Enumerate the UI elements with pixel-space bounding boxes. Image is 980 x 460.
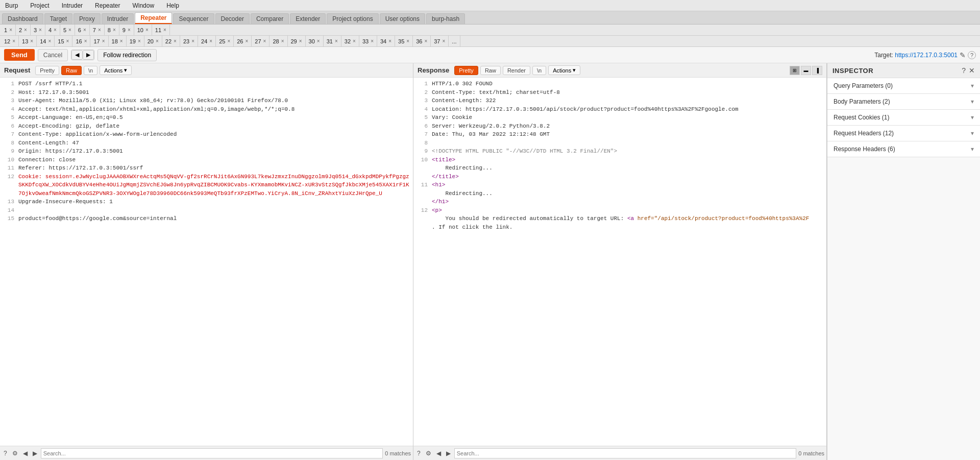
tabstrip2-tab-15[interactable]: 15× xyxy=(55,36,72,46)
response-prev-match-icon[interactable]: ◀ xyxy=(435,449,443,458)
inspector-row-0[interactable]: Query Parameters (0)▾ xyxy=(827,78,980,94)
tabstrip2-tab-25[interactable]: 25× xyxy=(216,36,234,46)
request-help-icon[interactable]: ? xyxy=(2,449,9,458)
request-tab-pretty[interactable]: Pretty xyxy=(35,66,59,75)
tabstrip2-tab-14[interactable]: 14× xyxy=(37,36,55,46)
tabstrip2-tab-26[interactable]: 26× xyxy=(234,36,252,46)
tabstrip2-tab-12[interactable]: 12× xyxy=(1,36,19,46)
inspector-row-4[interactable]: Response Headers (6)▾ xyxy=(827,141,980,157)
tabstrip2-tab-22[interactable]: 22× xyxy=(162,36,180,46)
nav-back-button[interactable]: ◀ xyxy=(71,50,83,60)
tabstrip2-tab-23[interactable]: 23× xyxy=(180,36,198,46)
response-line: . If not click the link. xyxy=(413,223,826,232)
tabstrip2-tab-20[interactable]: 20× xyxy=(144,36,162,46)
request-actions-button[interactable]: Actions ▾ xyxy=(100,65,132,75)
menu-project[interactable]: Project xyxy=(27,1,52,10)
response-tab-pretty[interactable]: Pretty xyxy=(454,66,478,75)
tab-repeater[interactable]: Repeater xyxy=(135,12,172,24)
tabstrip2-tab-16[interactable]: 16× xyxy=(72,36,90,46)
tabstrip2-tab-18[interactable]: 18× xyxy=(109,36,127,46)
response-tab-raw[interactable]: Raw xyxy=(480,66,501,75)
view-toggle-right-icon[interactable]: ▐ xyxy=(812,66,822,75)
tabstrip1-tab-7[interactable]: 7× xyxy=(90,25,105,35)
menu-help[interactable]: Help xyxy=(163,1,182,10)
tab-extender[interactable]: Extender xyxy=(290,13,326,24)
request-tab-newline[interactable]: \n xyxy=(84,66,97,75)
send-button[interactable]: Send xyxy=(4,49,35,61)
tab-decoder[interactable]: Decoder xyxy=(215,13,250,24)
tabstrip1-tab-9[interactable]: 9× xyxy=(119,25,134,35)
menu-intruder[interactable]: Intruder xyxy=(59,1,86,10)
tabstrip2-tab-34[interactable]: 34× xyxy=(377,36,395,46)
tab-proxy[interactable]: Proxy xyxy=(74,13,101,24)
tabstrip2-tab-31[interactable]: 31× xyxy=(324,36,341,46)
tabstrip2-tab-28[interactable]: 28× xyxy=(270,36,287,46)
request-tab-raw[interactable]: Raw xyxy=(61,66,82,75)
chevron-down-icon: ▾ xyxy=(971,130,974,137)
view-toggle-top-icon[interactable]: ▬ xyxy=(801,66,811,75)
tabstrip2-tab-33[interactable]: 33× xyxy=(359,36,377,46)
tab-comparer[interactable]: Comparer xyxy=(251,13,289,24)
tab-user-options[interactable]: User options xyxy=(380,13,425,24)
tab-project-options[interactable]: Project options xyxy=(327,13,378,24)
response-tab-render[interactable]: Render xyxy=(503,66,530,75)
menu-burp[interactable]: Burp xyxy=(2,1,21,10)
tabstrip2-tab-27[interactable]: 27× xyxy=(252,36,270,46)
chevron-down-icon: ▾ xyxy=(971,82,974,89)
tabstrip1-tab-11[interactable]: 11× xyxy=(152,25,170,35)
request-prev-match-icon[interactable]: ◀ xyxy=(21,449,29,458)
target-help-icon[interactable]: ? xyxy=(968,51,976,59)
target-edit-icon[interactable]: ✎ xyxy=(960,51,966,59)
tabstrip2-tab-19[interactable]: 19× xyxy=(127,36,144,46)
view-toggle-split-icon[interactable]: ⊞ xyxy=(790,66,800,75)
response-settings-icon[interactable]: ⚙ xyxy=(424,449,433,458)
tab-burp-hash[interactable]: burp-hash xyxy=(426,13,465,24)
tabstrip2-tab-17[interactable]: 17× xyxy=(90,36,108,46)
request-panel-header: Request Pretty Raw \n Actions ▾ xyxy=(0,63,413,78)
request-search-input[interactable] xyxy=(41,448,383,458)
request-code-area[interactable]: 1POST /ssrf HTTP/1.12Host: 172.17.0.3:50… xyxy=(0,78,413,446)
tabstrip1-tab-6[interactable]: 6× xyxy=(75,25,90,35)
response-actions-button[interactable]: Actions ▾ xyxy=(548,65,580,75)
tabstrip1-tab-8[interactable]: 8× xyxy=(105,25,119,35)
inspector-row-3[interactable]: Request Headers (12)▾ xyxy=(827,126,980,141)
tabstrip2-tab-35[interactable]: 35× xyxy=(395,36,413,46)
follow-redirection-button[interactable]: Follow redirection xyxy=(97,49,157,61)
tabstrip2-tab-24[interactable]: 24× xyxy=(198,36,216,46)
nav-forward-button[interactable]: ▶ xyxy=(83,50,94,60)
inspector-row-2[interactable]: Request Cookies (1)▾ xyxy=(827,110,980,126)
response-next-match-icon[interactable]: ▶ xyxy=(445,449,452,458)
response-line: 2Content-Type: text/html; charset=utf-8 xyxy=(413,88,826,97)
tabstrip2-tab-29[interactable]: 29× xyxy=(288,36,306,46)
response-code-area[interactable]: 1HTTP/1.0 302 FOUND2Content-Type: text/h… xyxy=(413,78,826,446)
tabstrip1-tab-4[interactable]: 4× xyxy=(45,25,60,35)
tab-intruder[interactable]: Intruder xyxy=(102,13,134,24)
tabstrip2-tab-36[interactable]: 36× xyxy=(413,36,431,46)
request-settings-icon[interactable]: ⚙ xyxy=(11,449,19,458)
tabstrip2-tab-32[interactable]: 32× xyxy=(341,36,359,46)
inspector-row-1[interactable]: Body Parameters (2)▾ xyxy=(827,94,980,110)
tabstrip1-tab-10[interactable]: 10× xyxy=(134,25,152,35)
tab-sequencer[interactable]: Sequencer xyxy=(173,13,214,24)
tab-target[interactable]: Target xyxy=(44,13,72,24)
tabstrip2-tab-30[interactable]: 30× xyxy=(306,36,324,46)
tabstrip1-tab-5[interactable]: 5× xyxy=(60,25,75,35)
tabstrip2-tab-...[interactable]: ... xyxy=(449,36,460,46)
menu-repeater[interactable]: Repeater xyxy=(92,1,123,10)
response-help-icon[interactable]: ? xyxy=(415,449,422,458)
request-line: 10Connection: close xyxy=(0,156,413,164)
response-tab-newline[interactable]: \n xyxy=(532,66,546,75)
request-footer: ? ⚙ ◀ ▶ 0 matches xyxy=(0,446,413,460)
tabstrip2-tab-13[interactable]: 13× xyxy=(19,36,37,46)
tabstrip1-tab-3[interactable]: 3× xyxy=(31,25,45,35)
request-next-match-icon[interactable]: ▶ xyxy=(31,449,39,458)
inspector-help-icon[interactable]: ? xyxy=(962,66,966,75)
tabstrip1-tab-1[interactable]: 1× xyxy=(1,25,16,35)
tabstrip2-tab-37[interactable]: 37× xyxy=(431,36,449,46)
tab-dashboard[interactable]: Dashboard xyxy=(2,13,43,24)
response-search-input[interactable] xyxy=(454,448,797,458)
inspector-close-icon[interactable]: ✕ xyxy=(969,66,975,75)
tabstrip1-tab-2[interactable]: 2× xyxy=(16,25,31,35)
cancel-button[interactable]: Cancel xyxy=(38,49,68,61)
menu-window[interactable]: Window xyxy=(129,1,157,10)
